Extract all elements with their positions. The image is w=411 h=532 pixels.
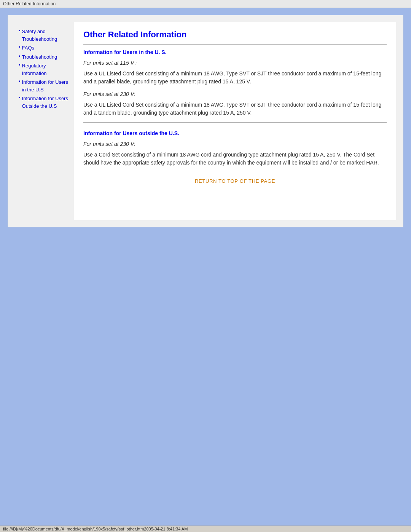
main-content: Other Related Information Information fo… [74, 22, 396, 220]
section1-subheading2: For units set at 230 V: [83, 91, 387, 97]
title-bar: Other Related Information [0, 0, 411, 8]
sidebar-item-info-us[interactable]: • Information for Users in the U.S [19, 78, 70, 93]
sidebar-item-info-outside-us[interactable]: • Information for Users Outside the U.S [19, 95, 70, 110]
sidebar-link-safety[interactable]: Safety and Troubleshooting [22, 28, 70, 43]
bullet-icon: • [19, 95, 21, 101]
section1-body2: Use a UL Listed Cord Set consisting of a… [83, 101, 387, 117]
bullet-icon: • [19, 44, 21, 50]
section1-subheading1: For units set at 115 V : [83, 60, 387, 66]
section2: Information for Users outside the U.S. F… [83, 130, 387, 167]
page-title: Other Related Information [83, 30, 387, 40]
sidebar-link-regulatory[interactable]: Regulatory Information [22, 62, 70, 77]
status-bar: file:///D|/My%20Documents/dfu/X_model/en… [0, 526, 411, 532]
bullet-icon: • [19, 28, 21, 34]
section2-heading: Information for Users outside the U.S. [83, 130, 387, 136]
divider-middle [83, 122, 387, 123]
bullet-icon: • [19, 62, 21, 68]
sidebar-link-troubleshooting[interactable]: Troubleshooting [22, 53, 57, 61]
sidebar-link-info-us[interactable]: Information for Users in the U.S [22, 78, 70, 93]
section2-body1: Use a Cord Set consisting of a minimum 1… [83, 151, 387, 167]
section2-subheading1: For units set at 230 V: [83, 141, 387, 147]
sidebar-item-regulatory[interactable]: • Regulatory Information [19, 62, 70, 77]
sidebar-item-safety[interactable]: • Safety and Troubleshooting [19, 28, 70, 43]
return-to-top-link[interactable]: RETURN TO TOP OF THE PAGE [83, 178, 387, 184]
content-wrapper: • Safety and Troubleshooting • FAQs • Tr… [15, 22, 396, 220]
divider-top [83, 44, 387, 45]
sidebar-item-troubleshooting[interactable]: • Troubleshooting [19, 53, 70, 61]
sidebar-item-faqs[interactable]: • FAQs [19, 44, 70, 52]
sidebar-link-info-outside-us[interactable]: Information for Users Outside the U.S [22, 95, 70, 110]
status-bar-text: file:///D|/My%20Documents/dfu/X_model/en… [3, 527, 188, 531]
bullet-icon: • [19, 53, 21, 59]
bullet-icon: • [19, 78, 21, 84]
section1-body1: Use a UL Listed Cord Set consisting of a… [83, 70, 387, 86]
sidebar: • Safety and Troubleshooting • FAQs • Tr… [15, 22, 74, 220]
browser-window: • Safety and Troubleshooting • FAQs • Tr… [8, 15, 403, 227]
sidebar-link-faqs[interactable]: FAQs [22, 44, 35, 52]
title-bar-text: Other Related Information [3, 1, 56, 6]
section1-heading: Information for Users in the U. S. [83, 49, 387, 55]
